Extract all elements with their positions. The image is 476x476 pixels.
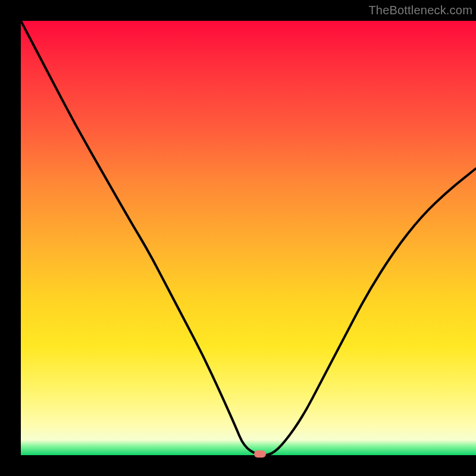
plot-area	[21, 21, 476, 455]
watermark-text: TheBottleneck.com	[368, 4, 472, 17]
chart-frame: TheBottleneck.com	[0, 0, 476, 476]
optimum-marker	[254, 450, 266, 458]
bottleneck-curve	[21, 21, 476, 455]
